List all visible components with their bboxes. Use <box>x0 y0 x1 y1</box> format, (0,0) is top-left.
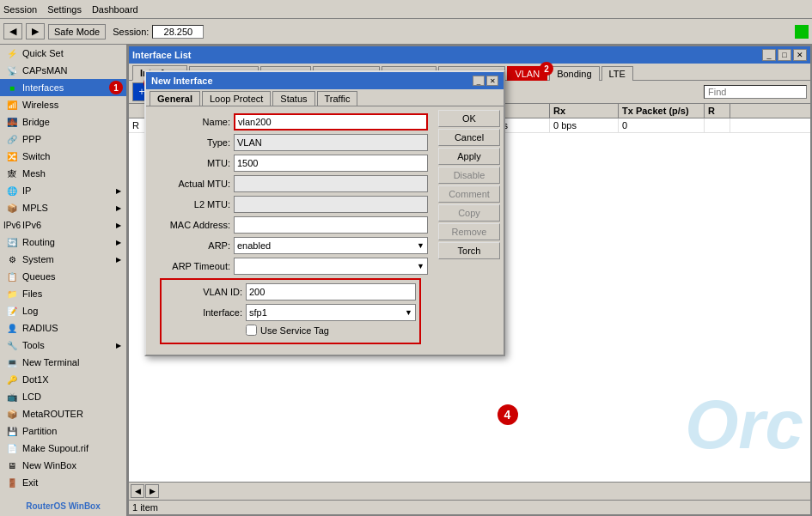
sidebar-label-new-terminal: New Terminal <box>22 357 79 367</box>
copy-button[interactable]: Copy <box>438 204 500 222</box>
scroll-right-button[interactable]: ▶ <box>145 484 159 498</box>
remove-button[interactable]: Remove <box>438 223 500 240</box>
ppp-icon: 🔗 <box>5 132 19 146</box>
arp-value: enabled <box>237 240 271 251</box>
name-input[interactable] <box>234 113 428 131</box>
cancel-button[interactable]: Cancel <box>438 129 500 146</box>
type-input <box>234 134 428 151</box>
sidebar-item-log[interactable]: 📝 Log <box>0 302 126 319</box>
dialog-close-button[interactable]: ✕ <box>486 76 498 86</box>
sidebar-label-quick-set: Quick Set <box>22 48 64 58</box>
use-service-tag-checkbox[interactable] <box>246 325 257 336</box>
status-bar: 1 item <box>129 500 810 514</box>
window-maximize-button[interactable]: □ <box>778 49 791 61</box>
arp-label: ARP: <box>153 240 230 251</box>
arp-timeout-row: ARP Timeout: ▼ <box>153 258 428 275</box>
window-minimize-button[interactable]: _ <box>762 49 776 61</box>
sidebar-item-make-supout[interactable]: 📄 Make Supout.rif <box>0 440 126 457</box>
sidebar-item-interfaces[interactable]: ■ Interfaces 1 <box>0 79 126 96</box>
sidebar-item-switch[interactable]: 🔀 Switch <box>0 148 126 165</box>
sidebar-label-tools: Tools <box>22 340 45 350</box>
sidebar-label-new-winbox: New WinBox <box>22 460 76 470</box>
mesh-icon: 🕸 <box>5 167 19 180</box>
sidebar-label-partition: Partition <box>22 426 57 436</box>
disable-button[interactable]: Disable <box>438 167 500 184</box>
window-close-button[interactable]: ✕ <box>793 49 807 61</box>
sidebar-item-tools[interactable]: 🔧 Tools ▶ <box>0 337 126 354</box>
row-tx-packet: 0 <box>619 118 705 132</box>
sidebar-item-partition[interactable]: 💾 Partition <box>0 422 126 440</box>
log-icon: 📝 <box>5 304 19 318</box>
sidebar-item-quick-set[interactable]: ⚡ Quick Set <box>0 45 126 62</box>
sidebar-item-system[interactable]: ⚙ System ▶ <box>0 251 126 268</box>
dialog-tab-general[interactable]: General <box>150 91 200 106</box>
sidebar-item-capsman[interactable]: 📡 CAPsMAN <box>0 62 126 79</box>
sidebar-item-exit[interactable]: 🚪 Exit <box>0 474 126 491</box>
sidebar-label-mpls: MPLS <box>22 203 48 213</box>
menu-session[interactable]: Session <box>3 4 37 15</box>
sidebar-label-lcd: LCD <box>22 392 41 402</box>
dialog-titlebar: New Interface _ ✕ <box>146 72 504 89</box>
tab-lte[interactable]: LTE <box>601 66 633 81</box>
dialog-minimize-button[interactable]: _ <box>473 76 485 86</box>
sidebar-item-ipv6[interactable]: IPv6 IPv6 ▶ <box>0 216 126 234</box>
find-input[interactable] <box>704 85 807 99</box>
menu-settings[interactable]: Settings <box>47 4 82 15</box>
mac-address-row: MAC Address: <box>153 216 428 234</box>
ok-button[interactable]: OK <box>438 110 500 127</box>
mac-address-input[interactable] <box>234 216 428 234</box>
sidebar-item-ip[interactable]: 🌐 IP ▶ <box>0 182 126 199</box>
dialog-tab-loop-protect[interactable]: Loop Protect <box>202 91 271 106</box>
sidebar-item-wireless[interactable]: 📶 Wireless <box>0 96 126 113</box>
sidebar-item-ppp[interactable]: 🔗 PPP <box>0 131 126 148</box>
vlan-id-input[interactable] <box>246 283 416 300</box>
sidebar-item-files[interactable]: 📁 Files <box>0 285 126 302</box>
sidebar-item-radius[interactable]: 👤 RADIUS <box>0 319 126 337</box>
back-button[interactable]: ◀ <box>3 23 22 39</box>
dialog-buttons: OK Cancel Apply Disable Comment Copy Rem… <box>435 106 504 355</box>
torch-button[interactable]: Torch <box>438 242 500 259</box>
tab-bonding[interactable]: Bonding <box>549 66 599 81</box>
sidebar-item-routing[interactable]: 🔄 Routing ▶ <box>0 234 126 251</box>
mtu-input[interactable] <box>234 155 428 172</box>
dialog-tab-traffic[interactable]: Traffic <box>317 91 358 106</box>
session-label: Session: <box>113 27 149 37</box>
use-service-tag-row: Use Service Tag <box>165 325 416 336</box>
sidebar-item-mesh[interactable]: 🕸 Mesh <box>0 165 126 182</box>
scroll-left-button[interactable]: ◀ <box>131 484 144 498</box>
sidebar-label-make-supout: Make Supout.rif <box>22 443 89 453</box>
use-service-tag-label: Use Service Tag <box>260 325 329 336</box>
tools-submenu-arrow: ▶ <box>116 342 121 349</box>
comment-button[interactable]: Comment <box>438 185 500 203</box>
safe-mode-button[interactable]: Safe Mode <box>48 24 106 39</box>
sidebar-label-ip: IP <box>22 185 31 196</box>
interface-select[interactable]: sfp1 ▼ <box>246 304 416 321</box>
sidebar-item-new-winbox[interactable]: 🖥 New WinBox <box>0 457 126 474</box>
session-input[interactable] <box>152 25 204 39</box>
sidebar-item-bridge[interactable]: 🌉 Bridge <box>0 113 126 131</box>
sidebar-item-dot1x[interactable]: 🔑 Dot1X <box>0 371 126 388</box>
sidebar-label-routing: Routing <box>22 237 55 247</box>
sidebar-item-lcd[interactable]: 📺 LCD <box>0 388 126 405</box>
sidebar-item-new-terminal[interactable]: 💻 New Terminal <box>0 354 126 371</box>
dot1x-icon: 🔑 <box>5 373 19 386</box>
apply-button[interactable]: Apply <box>438 148 500 165</box>
sidebar-label-bridge: Bridge <box>22 117 50 127</box>
sidebar-item-mpls[interactable]: 📦 MPLS ▶ <box>0 199 126 216</box>
sidebar-label-capsman: CAPsMAN <box>22 65 68 76</box>
actual-mtu-input <box>234 175 428 192</box>
routing-submenu-arrow: ▶ <box>116 239 121 246</box>
dialog-tab-status[interactable]: Status <box>272 91 314 106</box>
bridge-icon: 🌉 <box>5 115 19 129</box>
interface-row: Interface: sfp1 ▼ <box>165 304 416 321</box>
sidebar-item-queues[interactable]: 📋 Queues <box>0 268 126 285</box>
sidebar-item-metarouter[interactable]: 📦 MetaROUTER <box>0 405 126 422</box>
arp-select[interactable]: enabled ▼ <box>234 237 428 254</box>
name-row: Name: <box>153 113 428 131</box>
dialog-controls: _ ✕ <box>473 76 498 86</box>
forward-button[interactable]: ▶ <box>26 23 45 39</box>
tab-vlan[interactable]: VLAN 2 <box>507 66 547 81</box>
menu-dashboard[interactable]: Dashboard <box>92 4 138 15</box>
arp-timeout-select[interactable]: ▼ <box>234 258 428 275</box>
mpls-submenu-arrow: ▶ <box>116 204 121 212</box>
